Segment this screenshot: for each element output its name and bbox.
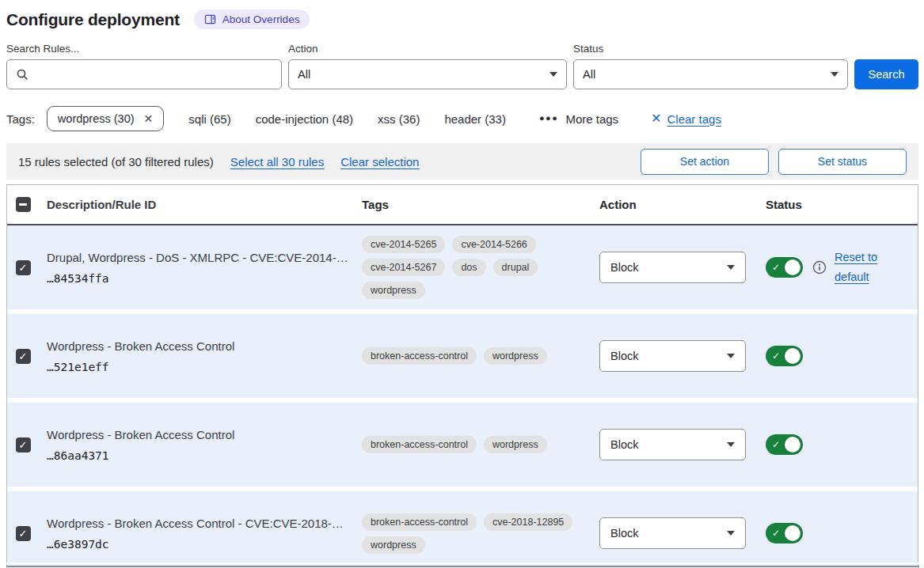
status-toggle[interactable]: ✓ — [766, 434, 803, 455]
action-select-value: Block — [610, 261, 638, 274]
action-select[interactable]: Block — [599, 340, 746, 372]
next-row-divider — [6, 566, 919, 568]
status-filter-value: All — [583, 68, 595, 81]
action-select[interactable]: Block — [599, 252, 746, 283]
action-filter-group: Action All — [288, 43, 567, 89]
action-select[interactable]: Block — [599, 517, 746, 549]
action-select[interactable]: Block — [599, 429, 746, 460]
action-filter-value: All — [298, 68, 310, 81]
search-rules-group: Search Rules... — [6, 43, 282, 89]
tag-pill: broken-access-control — [362, 513, 477, 531]
tag-option[interactable]: sqli (65) — [188, 112, 230, 126]
row-checkbox[interactable]: ✓ — [16, 260, 31, 275]
clear-tags-label: Clear tags — [667, 112, 721, 126]
column-action: Action — [599, 198, 766, 211]
action-select-value: Block — [610, 527, 638, 540]
rule-id: …86aa4371 — [39, 449, 362, 462]
tag-pill: cve-2014-5267 — [362, 259, 445, 276]
page-title: Configure deployment — [6, 10, 180, 29]
table-row: ✓ Wordpress - Broken Access Control …86a… — [7, 403, 918, 487]
row-checkbox[interactable]: ✓ — [16, 437, 31, 453]
tag-pill: cve-2018-12895 — [484, 513, 572, 531]
rules-table: Description/Rule ID Tags Action Status ✓… — [6, 184, 918, 568]
column-status: Status — [766, 198, 918, 211]
tag-pill: cve-2014-5265 — [362, 236, 445, 253]
clear-tags-button[interactable]: ✕ Clear tags — [651, 112, 721, 126]
set-action-button[interactable]: Set action — [641, 149, 769, 175]
about-overrides-label: About Overrides — [222, 13, 300, 25]
tag-option[interactable]: header (33) — [444, 112, 506, 126]
chevron-down-icon — [727, 531, 735, 536]
status-toggle[interactable]: ✓ — [766, 346, 803, 366]
tag-pill: wordpress — [362, 282, 425, 299]
set-status-button[interactable]: Set status — [778, 149, 907, 175]
action-filter-select[interactable]: All — [288, 59, 567, 89]
info-icon[interactable] — [812, 260, 827, 275]
table-row: ✓ Wordpress - Broken Access Control …521… — [7, 314, 918, 398]
tag-pill: wordpress — [484, 347, 547, 365]
selected-tag-label: wordpress (30) — [58, 112, 135, 125]
remove-tag-icon[interactable]: ✕ — [144, 113, 154, 124]
check-icon: ✓ — [772, 262, 780, 273]
about-overrides-badge[interactable]: About Overrides — [194, 9, 310, 29]
tag-pill: dos — [452, 259, 485, 276]
search-button[interactable]: Search — [854, 59, 918, 89]
tag-pill: drupal — [493, 259, 538, 276]
select-all-checkbox[interactable] — [16, 197, 31, 212]
tag-pill: wordpress — [484, 436, 547, 453]
select-all-link[interactable]: Select all 30 rules — [230, 155, 324, 169]
status-filter-select[interactable]: All — [573, 59, 848, 89]
rule-description: Wordpress - Broken Access Control - CVE:… — [39, 517, 362, 530]
rule-description: Drupal, Wordpress - DoS - XMLRPC - CVE:C… — [39, 251, 362, 264]
toggle-knob — [785, 259, 800, 275]
indeterminate-icon — [19, 203, 27, 206]
tag-option[interactable]: code-injection (48) — [256, 112, 353, 126]
selection-bar: 15 rules selected (of 30 filtered rules)… — [6, 143, 918, 180]
chevron-down-icon — [727, 265, 735, 270]
table-row: ✓ Drupal, Wordpress - DoS - XMLRPC - CVE… — [7, 225, 918, 309]
table-header: Description/Rule ID Tags Action Status — [7, 185, 918, 225]
rule-description: Wordpress - Broken Access Control — [39, 339, 362, 353]
tag-pill: cve-2014-5266 — [452, 236, 535, 253]
toggle-knob — [785, 437, 800, 453]
row-checkbox[interactable]: ✓ — [16, 349, 31, 364]
chevron-down-icon — [727, 442, 735, 447]
tag-pill: wordpress — [362, 536, 425, 554]
status-toggle[interactable]: ✓ — [766, 523, 803, 543]
configure-deployment-page: Configure deployment About Overrides Sea… — [0, 0, 924, 568]
more-tags-label: More tags — [565, 112, 618, 126]
check-icon: ✓ — [19, 262, 28, 272]
check-icon: ✓ — [772, 350, 780, 362]
row-checkbox[interactable]: ✓ — [16, 526, 31, 541]
tags-bar: Tags: wordpress (30) ✕ sqli (65)code-inj… — [6, 106, 918, 131]
tag-option[interactable]: xss (36) — [378, 112, 420, 126]
rule-id: …84534ffa — [39, 272, 362, 285]
clear-selection-link[interactable]: Clear selection — [340, 155, 419, 169]
action-select-value: Block — [610, 350, 638, 362]
rule-id: …521e1eff — [39, 361, 362, 373]
reset-area: Reset to default — [812, 248, 885, 286]
status-toggle[interactable]: ✓ — [766, 257, 803, 278]
tags-label: Tags: — [6, 112, 35, 126]
search-rules-label: Search Rules... — [6, 43, 282, 55]
rule-tags: broken-access-controlwordpress — [362, 347, 580, 365]
toggle-knob — [785, 525, 800, 541]
rule-description: Wordpress - Broken Access Control — [39, 428, 362, 441]
column-tags: Tags — [362, 198, 599, 211]
selected-tag-wordpress[interactable]: wordpress (30) ✕ — [47, 106, 164, 131]
chevron-down-icon — [549, 72, 557, 77]
reset-to-default-link[interactable]: Reset to default — [835, 248, 885, 286]
bulk-actions: Set action Set status — [641, 149, 907, 175]
page-header: Configure deployment About Overrides — [6, 9, 918, 29]
filters-row: Search Rules... Action All Status — [6, 43, 918, 89]
rule-tags: broken-access-controlcve-2018-12895wordp… — [362, 513, 580, 554]
rule-tags: cve-2014-5265cve-2014-5266cve-2014-5267d… — [362, 236, 580, 299]
check-icon: ✓ — [772, 528, 780, 539]
more-tags-button[interactable]: ●●● More tags — [539, 112, 618, 126]
search-input-box — [6, 59, 282, 89]
check-icon: ✓ — [19, 528, 28, 538]
book-icon — [204, 13, 216, 25]
search-input[interactable] — [36, 68, 272, 81]
check-icon: ✓ — [19, 439, 28, 449]
selection-summary: 15 rules selected (of 30 filtered rules) — [18, 155, 214, 169]
